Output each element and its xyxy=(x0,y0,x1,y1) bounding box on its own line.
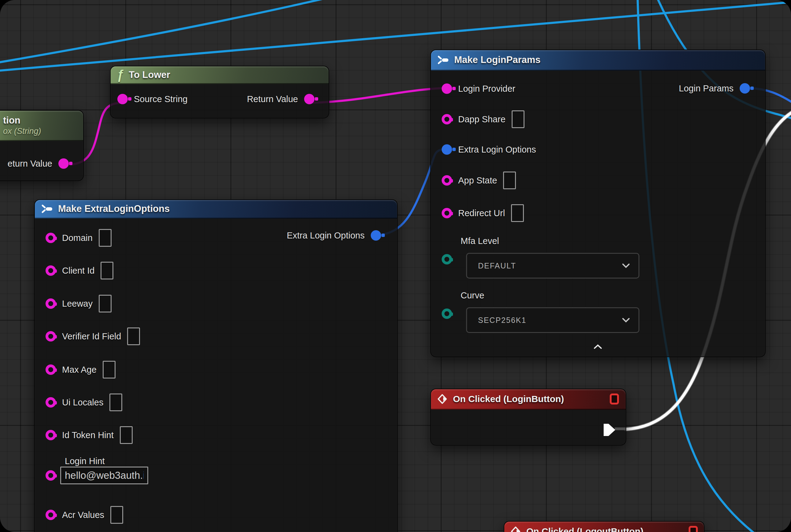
exec-output-pin[interactable] xyxy=(603,423,616,436)
pin-label-redirect-url: Redirect Url xyxy=(458,208,505,218)
node-on-clicked-logout-button[interactable]: On Clicked (LogoutButton) xyxy=(504,521,705,532)
wire-to-lower-to-login-provider xyxy=(313,88,443,103)
event-icon xyxy=(437,394,448,404)
login-hint-input-pin[interactable] xyxy=(45,470,56,481)
node-subtitle-fragment: ox (String) xyxy=(3,127,41,136)
node-title: Make ExtraLoginOptions xyxy=(58,203,170,214)
mfa-level-dropdown[interactable]: DEFAULT xyxy=(466,253,639,279)
node-make-extra-login-options[interactable]: Make ExtraLoginOptions Domain Client Id … xyxy=(34,200,398,532)
ui-locales-input-pin[interactable] xyxy=(45,397,56,407)
pin-label-mfa-level: Mfa Level xyxy=(461,236,499,246)
pin-label-dapp-share: Dapp Share xyxy=(458,114,505,125)
wire-cyan-diagonal-a xyxy=(0,0,334,63)
pin-label-login-params-out: Login Params xyxy=(679,83,734,94)
chevron-down-icon xyxy=(622,263,630,268)
pin-label-verifier-id-field: Verifier Id Field xyxy=(62,331,121,342)
mfa-level-input-pin[interactable] xyxy=(442,254,452,264)
client-id-input-pin[interactable] xyxy=(45,265,56,276)
pin-label-login-provider: Login Provider xyxy=(458,84,515,94)
domain-value-box[interactable] xyxy=(99,229,112,247)
verifier-id-field-input-pin[interactable] xyxy=(45,331,56,342)
login-provider-input-pin[interactable] xyxy=(442,83,452,94)
function-icon: ƒ xyxy=(117,70,124,80)
redirect-url-input-pin[interactable] xyxy=(442,208,452,218)
node-on-clicked-login-button[interactable]: On Clicked (LoginButton) xyxy=(430,388,626,445)
pin-label-leeway: Leeway xyxy=(62,299,93,309)
max-age-input-pin[interactable] xyxy=(45,364,56,375)
curve-input-pin[interactable] xyxy=(442,308,452,319)
pin-label-id-token-hint: Id Token Hint xyxy=(62,430,114,440)
event-bind-icon[interactable] xyxy=(610,394,619,404)
mfa-level-value: DEFAULT xyxy=(478,261,516,270)
make-struct-icon xyxy=(41,204,53,213)
app-state-input-pin[interactable] xyxy=(442,175,452,186)
id-token-hint-value-box[interactable] xyxy=(120,426,133,444)
node-partial-function[interactable]: tion ox (String) eturn Value xyxy=(0,110,84,181)
extra-login-options-input-pin[interactable] xyxy=(442,144,452,155)
pin-label-app-state: App State xyxy=(458,175,497,186)
pin-label-acr-values: Acr Values xyxy=(62,510,104,520)
node-make-login-params[interactable]: Make LoginParams Login Provider Dapp Sha… xyxy=(430,50,766,357)
event-bind-icon[interactable] xyxy=(689,526,698,532)
extra-login-options-output-pin[interactable] xyxy=(371,230,381,241)
leeway-input-pin[interactable] xyxy=(45,299,56,309)
node-title: On Clicked (LoginButton) xyxy=(453,394,564,404)
pin-label-domain: Domain xyxy=(62,233,93,243)
leeway-value-box[interactable] xyxy=(99,295,112,312)
verifier-id-field-value-box[interactable] xyxy=(127,327,140,345)
login-params-output-pin[interactable] xyxy=(740,83,750,94)
app-state-value-box[interactable] xyxy=(503,172,516,189)
pin-label-source-string: Source String xyxy=(134,94,188,104)
source-string-input-pin[interactable] xyxy=(117,94,128,104)
curve-value: SECP256K1 xyxy=(478,316,526,325)
pin-label-return-value: Return Value xyxy=(247,94,298,104)
pin-label-max-age: Max Age xyxy=(62,365,97,375)
chevron-down-icon xyxy=(622,318,630,323)
id-token-hint-input-pin[interactable] xyxy=(45,430,56,440)
node-title: To Lower xyxy=(129,70,170,80)
pin-label-ui-locales: Ui Locales xyxy=(62,397,103,407)
collapse-node-chevron[interactable] xyxy=(594,344,602,349)
event-icon xyxy=(510,526,521,532)
exec-stub xyxy=(615,428,626,430)
return-value-output-pin[interactable] xyxy=(304,94,314,104)
node-title: On Clicked (LogoutButton) xyxy=(526,526,643,532)
pin-label-login-hint: Login Hint xyxy=(65,456,105,466)
pin-label-extra-login-options: Extra Login Options xyxy=(458,145,536,155)
pin-label-curve: Curve xyxy=(461,290,484,301)
curve-dropdown[interactable]: SECP256K1 xyxy=(466,307,639,333)
acr-values-value-box[interactable] xyxy=(110,506,123,524)
acr-values-input-pin[interactable] xyxy=(45,510,56,520)
node-title: Make LoginParams xyxy=(454,54,541,65)
client-id-value-box[interactable] xyxy=(100,262,113,280)
node-title-fragment: tion xyxy=(3,115,20,126)
max-age-value-box[interactable] xyxy=(103,361,116,379)
redirect-url-value-box[interactable] xyxy=(511,204,524,222)
dapp-share-value-box[interactable] xyxy=(512,110,524,128)
domain-input-pin[interactable] xyxy=(45,233,56,243)
pin-label-return-value-fragment: eturn Value xyxy=(8,159,52,169)
dapp-share-input-pin[interactable] xyxy=(442,114,452,125)
ui-locales-value-box[interactable] xyxy=(110,394,122,411)
pin-label-extra-login-options-out: Extra Login Options xyxy=(287,230,365,241)
blueprint-canvas[interactable]: tion ox (String) eturn Value ƒ To Lower … xyxy=(0,0,791,532)
login-hint-input[interactable] xyxy=(60,467,148,484)
node-to-lower[interactable]: ƒ To Lower Source String Return Value xyxy=(110,66,329,118)
make-struct-icon xyxy=(437,55,449,64)
pin-label-client-id: Client Id xyxy=(62,266,94,276)
return-value-output-pin[interactable] xyxy=(58,158,69,169)
